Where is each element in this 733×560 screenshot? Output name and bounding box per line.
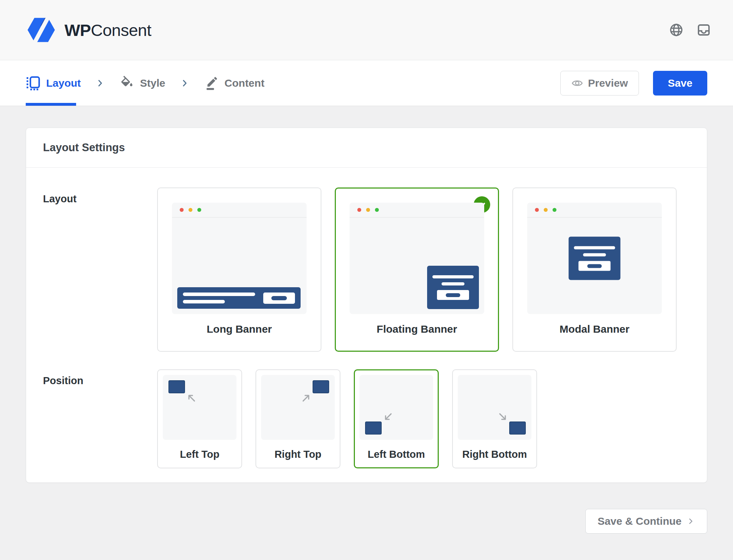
chevron-right-icon [180,79,189,88]
tab-layout[interactable]: Layout [26,76,81,91]
layout-option-floating-banner[interactable]: Floating Banner [335,187,499,352]
tab-style-label: Style [140,77,165,89]
chevron-right-icon [686,517,695,525]
banner-position-rect [313,380,329,393]
traffic-dot-yellow [366,208,370,212]
traffic-dot-red [535,208,539,212]
active-tab-underline [26,103,76,106]
position-options: Left Top Right Top [157,369,537,468]
preview-button-label: Preview [588,77,628,89]
position-option-right-top[interactable]: Right Top [255,369,340,468]
paint-bucket-icon [119,76,134,91]
banner-accept-button-graphic [579,261,611,271]
layout-row-label: Layout [43,187,157,352]
position-option-left-top[interactable]: Left Top [157,369,242,468]
mockup-titlebar [350,203,484,218]
mockup-titlebar [527,203,662,218]
layout-option-label: Floating Banner [350,323,484,335]
banner-position-rect [168,380,185,393]
chevron-right-icon [96,79,105,88]
traffic-dot-yellow [189,208,192,212]
nav-actions: Preview Save [560,71,708,96]
eye-icon [571,77,583,89]
browser-mockup [172,203,307,314]
tab-content[interactable]: Content [204,76,264,91]
arrow-down-right-icon [498,412,508,422]
long-banner-graphic [177,287,301,309]
inbox-icon[interactable] [696,23,711,37]
traffic-dot-green [375,208,379,212]
position-option-right-bottom[interactable]: Right Bottom [452,369,537,468]
save-continue-label: Save & Continue [598,515,682,527]
brand-name: WPConsent [64,20,151,40]
preview-button[interactable]: Preview [560,71,639,96]
main-content: Layout Settings Layout [0,106,733,534]
traffic-dot-yellow [544,208,548,212]
banner-position-rect [365,421,382,435]
arrow-down-left-icon [383,412,393,422]
pencil-icon [204,76,219,91]
step-tabs: Layout Style Content [26,76,264,91]
position-option-label: Right Top [261,449,335,460]
tab-layout-label: Layout [46,77,81,89]
position-row: Position Left Top [26,352,707,468]
topbar-icons [669,23,711,37]
tab-content-label: Content [224,77,264,89]
modal-banner-graphic [569,237,621,280]
banner-text-lines [183,293,255,303]
save-continue-button[interactable]: Save & Continue [585,509,707,534]
arrow-up-right-icon [301,393,312,403]
banner-accept-button-graphic [437,290,469,300]
arrow-up-left-icon [186,393,197,403]
settings-navbar: Layout Style Content [0,60,733,106]
topbar: WPConsent [0,0,733,60]
position-option-label: Left Top [163,449,236,460]
layout-option-long-banner[interactable]: Long Banner [157,187,321,352]
mockup-titlebar [172,203,307,218]
brand-name-bold: WP [64,21,91,39]
panel-header: Layout Settings [26,128,707,168]
banner-accept-button-graphic [263,293,295,304]
wpconsent-logo-icon [26,16,57,44]
traffic-dot-green [553,208,556,212]
globe-icon[interactable] [669,23,684,37]
banner-position-rect [509,421,526,435]
brand-logo: WPConsent [26,16,151,44]
browser-mockup [527,203,662,314]
layout-icon [26,76,41,91]
floating-banner-graphic [427,266,479,309]
position-option-left-bottom[interactable]: Left Bottom [354,369,439,468]
browser-mockup [350,203,484,314]
position-option-label: Right Bottom [458,449,531,460]
layout-option-modal-banner[interactable]: Modal Banner [512,187,677,352]
layout-option-label: Modal Banner [527,323,662,335]
panel-title: Layout Settings [43,141,690,154]
save-button[interactable]: Save [653,71,707,96]
position-option-label: Left Bottom [359,449,433,460]
layout-row: Layout [26,168,707,352]
brand-name-regular: Consent [91,21,152,39]
traffic-dot-red [180,208,184,212]
tab-style[interactable]: Style [119,76,165,91]
layout-settings-panel: Layout Settings Layout [26,128,707,483]
position-row-label: Position [43,369,157,468]
layout-options: Long Banner [157,187,677,352]
traffic-dot-green [197,208,201,212]
traffic-dot-red [357,208,361,212]
footer-actions: Save & Continue [26,509,707,534]
layout-option-label: Long Banner [172,323,307,335]
